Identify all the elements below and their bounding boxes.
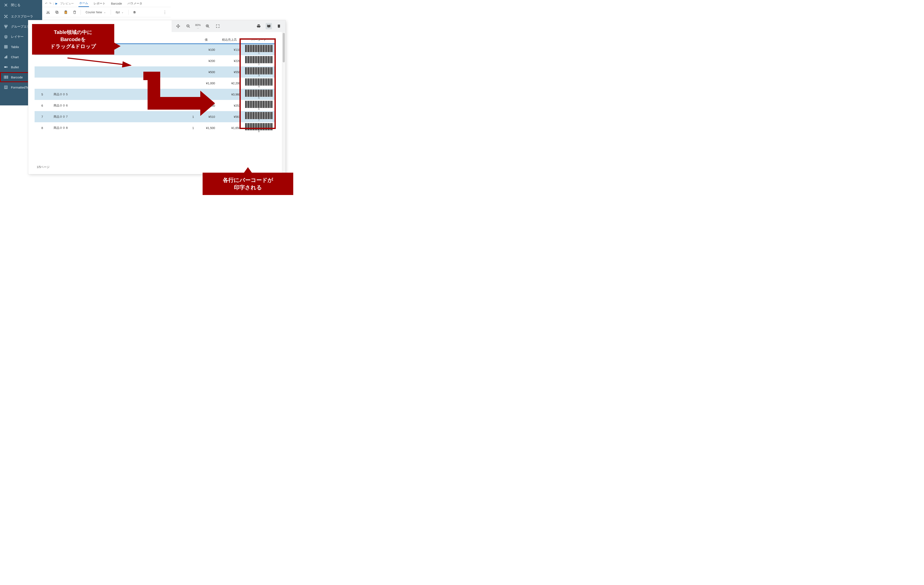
- svg-rect-8: [6, 25, 7, 26]
- barcode-cell: 8: [242, 122, 276, 133]
- page-indicator: 1/5ページ: [37, 165, 50, 169]
- barcode-icon: [245, 45, 272, 52]
- formattedtext-icon: [4, 85, 8, 89]
- delete-icon[interactable]: [72, 9, 78, 15]
- barcode-icon: [245, 56, 272, 63]
- barcode-cell: 5: [242, 89, 276, 100]
- svg-rect-7: [5, 25, 5, 26]
- svg-rect-26: [56, 12, 58, 13]
- more-icon[interactable]: ⋮: [162, 9, 168, 15]
- barcode-icon: [245, 101, 272, 108]
- preview-toolbar: 80%…: [172, 20, 285, 32]
- table-row: ¥200¥2202: [35, 55, 276, 66]
- redo-icon[interactable]: ↷: [49, 2, 51, 5]
- sidebar-item-label: Barcode: [11, 76, 23, 79]
- svg-rect-17: [5, 76, 5, 79]
- fullscreen-icon[interactable]: [214, 23, 221, 29]
- barcode-icon: [245, 112, 272, 119]
- barcode-cell: 1: [242, 44, 276, 56]
- sidebar-item-label: レイヤー: [11, 35, 24, 39]
- bullet-icon: [4, 65, 8, 69]
- svg-rect-16: [4, 76, 5, 79]
- sidebar-item-label: エクスプローラ: [11, 15, 33, 18]
- svg-rect-13: [7, 56, 7, 58]
- svg-rect-18: [5, 76, 6, 79]
- paste-icon[interactable]: [63, 9, 69, 15]
- svg-rect-10: [5, 45, 7, 48]
- fontsize-select[interactable]: 8pt⌄: [114, 10, 125, 15]
- zoom-in-icon[interactable]: [205, 23, 211, 29]
- svg-rect-29: [65, 10, 66, 11]
- tablix-icon: [4, 45, 8, 49]
- format-toolbar: Courier New⌄ 8pt⌄ B ⋮: [42, 7, 171, 17]
- barcode-cell: 7: [242, 111, 276, 122]
- col-taxsales: 税込売上高: [217, 36, 242, 44]
- undo-icon[interactable]: ↶: [45, 2, 48, 5]
- barcode-icon: [4, 75, 8, 79]
- close-button[interactable]: 閉じる: [0, 0, 42, 10]
- barcode-cell: 4: [242, 77, 276, 89]
- layers-icon: [4, 35, 8, 39]
- play-icon[interactable]: ▶: [55, 2, 58, 5]
- svg-rect-22: [8, 76, 8, 79]
- tab-parameter[interactable]: パラメータ: [127, 0, 143, 7]
- close-icon: [4, 3, 8, 7]
- copy-icon[interactable]: [54, 9, 60, 15]
- tab-barcode[interactable]: Barcode: [110, 1, 123, 7]
- scrollbar-thumb[interactable]: [283, 33, 285, 63]
- book-icon[interactable]: [266, 23, 272, 29]
- big-arrow: [137, 72, 215, 118]
- col-price: 価: [196, 36, 217, 44]
- bold-button[interactable]: B: [132, 9, 137, 15]
- zoom-level[interactable]: 80%…: [195, 23, 201, 29]
- svg-rect-21: [7, 76, 8, 79]
- zoom-out-icon[interactable]: [185, 23, 191, 29]
- close-label: 閉じる: [11, 3, 20, 7]
- chevron-down-icon: ⌄: [104, 11, 106, 14]
- svg-rect-11: [5, 57, 5, 58]
- print-icon[interactable]: [256, 23, 262, 29]
- font-select[interactable]: Courier New⌄: [84, 10, 108, 15]
- top-tabs: ↶ ↷ | ▶ プレビュー ホーム レポート Barcode パラメータ: [42, 0, 171, 7]
- cut-icon[interactable]: [45, 9, 51, 15]
- svg-rect-27: [56, 11, 58, 13]
- move-icon[interactable]: [175, 23, 181, 29]
- barcode-icon: [245, 67, 272, 74]
- barcode-icon: [245, 90, 272, 97]
- scrollbar[interactable]: [282, 20, 285, 174]
- svg-rect-9: [5, 27, 6, 28]
- sidebar-item-label: Chart: [11, 55, 19, 59]
- chart-icon: [4, 55, 8, 59]
- svg-rect-12: [6, 56, 6, 58]
- barcode-cell: 6: [242, 100, 276, 111]
- tab-home[interactable]: ホーム: [78, 0, 89, 7]
- svg-rect-20: [7, 76, 7, 79]
- galley-icon[interactable]: [276, 23, 282, 29]
- barcode-cell: 2: [242, 55, 276, 66]
- barcode-icon: [245, 123, 272, 130]
- sidebar-item-label: Bullet: [11, 65, 19, 69]
- callout-drag-drop: Table領域の中に Barcodeを ドラッグ&ドロップ: [32, 24, 114, 54]
- sidebar-item-label: Tablix: [11, 45, 19, 49]
- group-icon: [4, 25, 8, 29]
- table-row: 8商品００８1¥1,500¥1,6508: [35, 122, 276, 133]
- col-barcode: バーコード: [242, 36, 276, 44]
- explorer-icon: [4, 14, 8, 18]
- sidebar-item-エクスプローラ[interactable]: エクスプローラ: [0, 12, 42, 21]
- tab-preview[interactable]: プレビュー: [59, 0, 74, 7]
- svg-rect-15: [5, 67, 6, 68]
- chevron-down-icon: ⌄: [121, 11, 124, 14]
- callout-output: 各行にバーコードが 印字される: [203, 173, 293, 195]
- barcode-cell: 3: [242, 66, 276, 77]
- tab-report[interactable]: レポート: [93, 0, 106, 7]
- barcode-icon: [245, 78, 272, 86]
